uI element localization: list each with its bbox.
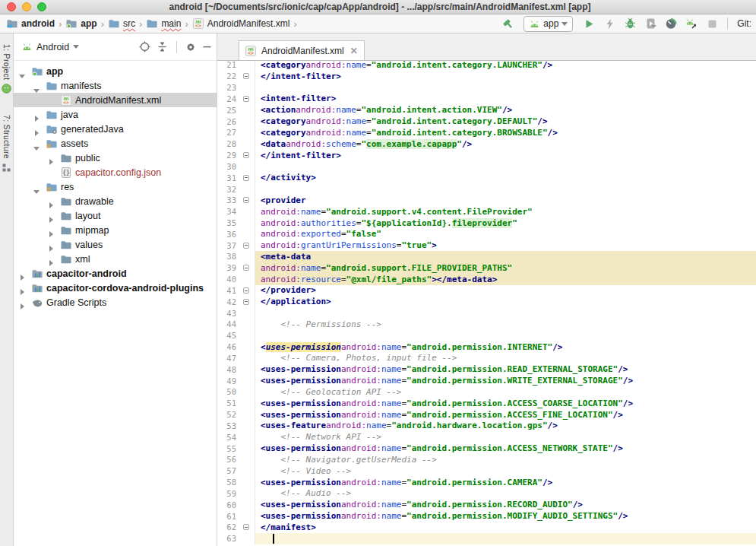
tree-item-java[interactable]: java: [14, 107, 217, 122]
tree-item-capacitor-android[interactable]: capacitor-android: [14, 266, 217, 281]
fold-icon[interactable]: [243, 96, 249, 102]
breadcrumb-item-main[interactable]: main: [146, 17, 181, 30]
fold-icon[interactable]: [243, 299, 249, 305]
code-line-41[interactable]: 41 </provider>: [217, 285, 756, 297]
code-line-21[interactable]: 21 <category android:name="android.inten…: [217, 61, 756, 71]
code-editor[interactable]: 21 <category android:name="android.inten…: [217, 61, 756, 546]
code-line-40[interactable]: 40 android:resource="@xml/file_paths"></…: [217, 274, 756, 285]
tree-item-values[interactable]: values: [14, 237, 217, 252]
code-line-47[interactable]: 47 <!-- Camera, Photos, input file -->: [217, 353, 756, 364]
code-line-59[interactable]: 59 <!-- Audio -->: [217, 487, 756, 499]
collapse-all-icon[interactable]: [157, 41, 168, 52]
code-line-53[interactable]: 53 <uses-feature android:name="android.h…: [217, 421, 756, 432]
fold-icon[interactable]: [243, 73, 249, 79]
breadcrumb-item-androidmanifest-xml[interactable]: <>AndroidManifest.xml: [192, 17, 290, 30]
fold-icon[interactable]: [243, 197, 249, 203]
tree-item-label: drawable: [75, 196, 114, 207]
code-line-49[interactable]: 49 <uses-permission android:name="androi…: [217, 375, 756, 386]
code-line-51[interactable]: 51 <uses-permission android:name="androi…: [217, 398, 756, 409]
code-line-52[interactable]: 52 <uses-permission android:name="androi…: [217, 409, 756, 421]
tree-item-androidmanifest-xml[interactable]: <>AndroidManifest.xml: [14, 93, 217, 107]
gear-icon[interactable]: [185, 42, 196, 52]
code-line-38[interactable]: 38 <meta-data: [217, 251, 756, 262]
code-line-29[interactable]: 29 </intent-filter>: [217, 150, 756, 161]
project-view-selector[interactable]: Android: [21, 42, 139, 52]
fold-icon[interactable]: [243, 152, 249, 158]
code-line-27[interactable]: 27 <category android:name="android.inten…: [217, 127, 756, 138]
code-line-62[interactable]: 62</manifest>: [217, 522, 756, 533]
fold-icon[interactable]: [243, 524, 249, 530]
fold-icon[interactable]: [243, 265, 249, 271]
code-line-32[interactable]: 32: [217, 183, 756, 195]
code-line-46[interactable]: 46 <uses-permission android:name="androi…: [217, 341, 756, 353]
fold-icon[interactable]: [243, 243, 249, 249]
code-line-26[interactable]: 26 <category android:name="android.inten…: [217, 116, 756, 127]
tree-item-drawable[interactable]: drawable: [14, 194, 217, 208]
fold-icon[interactable]: [243, 175, 249, 181]
code-line-22[interactable]: 22 </intent-filter>: [217, 71, 756, 82]
code-line-43[interactable]: 43: [217, 307, 756, 319]
code-line-33[interactable]: 33 <provider: [217, 195, 756, 206]
code-line-55[interactable]: 55 <uses-permission android:name="androi…: [217, 443, 756, 454]
code-line-28[interactable]: 28 <data android:scheme="com.example.cap…: [217, 138, 756, 150]
code-line-58[interactable]: 58 <uses-permission android:name="androi…: [217, 477, 756, 488]
code-line-50[interactable]: 50 <!-- Geolocation API -->: [217, 386, 756, 398]
code-line-54[interactable]: 54 <!-- Network API -->: [217, 431, 756, 443]
tree-item-manifests[interactable]: manifests: [14, 78, 217, 93]
code-line-45[interactable]: 45: [217, 330, 756, 341]
tree-item-generatedjava[interactable]: generatedJava: [14, 122, 217, 136]
code-line-30[interactable]: 30: [217, 160, 756, 172]
coverage-button[interactable]: [643, 16, 658, 31]
locate-icon[interactable]: [139, 41, 150, 52]
tree-item-capacitor-config-json[interactable]: {}capacitor.config.json: [14, 165, 217, 179]
code-line-35[interactable]: 35 android:authorities="${applicationId}…: [217, 217, 756, 229]
fold-icon[interactable]: [243, 287, 249, 294]
breadcrumb-item-app[interactable]: app: [65, 17, 96, 30]
hide-icon[interactable]: [202, 42, 212, 52]
code-line-44[interactable]: 44 <!-- Permissions -->: [217, 319, 756, 330]
hammer-button[interactable]: [500, 16, 515, 31]
run-configuration-select[interactable]: app: [524, 16, 573, 32]
tree-item-label: capacitor-android: [46, 268, 127, 279]
code-line-56[interactable]: 56 <!-- Navigator.getUserMedia -->: [217, 454, 756, 465]
tree-item-capacitor-cordova-android-plugins[interactable]: capacitor-cordova-android-plugins: [14, 281, 217, 295]
code-line-36[interactable]: 36 android:exported="false": [217, 228, 756, 240]
lightning-button[interactable]: [602, 16, 617, 31]
code-line-42[interactable]: 42 </application>: [217, 296, 756, 307]
code-line-57[interactable]: 57 <!-- Video -->: [217, 465, 756, 477]
breadcrumb-item-android[interactable]: android: [6, 17, 55, 30]
tree-item-layout[interactable]: layout: [14, 208, 217, 223]
tree-item-assets[interactable]: assets: [14, 136, 217, 151]
profiler-button[interactable]: [663, 16, 679, 31]
code-line-37[interactable]: 37 android:grantUriPermissions="true">: [217, 240, 756, 251]
stop-button[interactable]: [704, 16, 720, 31]
tree-item-mipmap[interactable]: mipmap: [14, 223, 217, 237]
code-line-61[interactable]: 61 <uses-permission android:name="androi…: [217, 510, 756, 522]
code-line-63[interactable]: 63: [217, 533, 756, 544]
tree-item-xml[interactable]: xml: [14, 252, 217, 266]
generated-folder-icon: [46, 123, 58, 135]
code-line-60[interactable]: 60 <uses-permission android:name="androi…: [217, 499, 756, 510]
code-line-31[interactable]: 31 </activity>: [217, 172, 756, 183]
breadcrumb-item-src[interactable]: src: [108, 17, 135, 30]
run-button[interactable]: [581, 16, 596, 31]
tree-item-res[interactable]: res: [14, 179, 217, 194]
code-line-23[interactable]: 23: [217, 82, 756, 94]
code-line-34[interactable]: 34 android:name="android.support.v4.cont…: [217, 206, 756, 217]
code-line-48[interactable]: 48 <uses-permission android:name="androi…: [217, 363, 756, 375]
fold-gutter: [240, 160, 255, 172]
attach-debugger-button[interactable]: [684, 16, 699, 31]
close-icon[interactable]: ✕: [349, 46, 358, 56]
tree-item-app[interactable]: app: [14, 64, 217, 78]
tool-window-button-project[interactable]: 1: Project: [2, 44, 11, 94]
tool-window-button-structure[interactable]: 7: Structure: [2, 115, 11, 173]
line-number: 23: [217, 83, 240, 92]
code-line-39[interactable]: 39 android:name="android.support.FILE_PR…: [217, 262, 756, 274]
code-line-24[interactable]: 24 <intent-filter>: [217, 93, 756, 104]
tree-item-gradle-scripts[interactable]: Gradle Scripts: [14, 295, 217, 310]
tree-item-public[interactable]: public: [14, 151, 217, 165]
code-line-25[interactable]: 25 <action android:name="android.intent.…: [217, 104, 756, 116]
debug-button[interactable]: [622, 16, 637, 31]
tab-androidmanifest[interactable]: <> AndroidManifest.xml ✕: [239, 40, 365, 60]
fold-gutter: [240, 353, 255, 364]
